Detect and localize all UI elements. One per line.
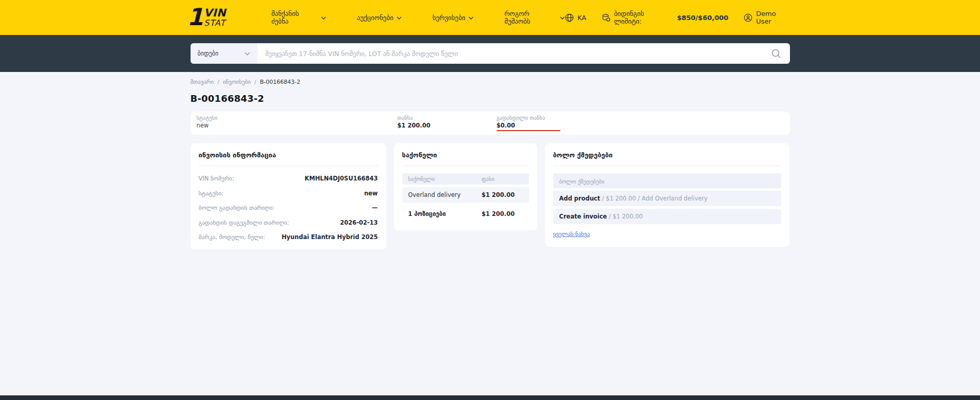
info-value: new xyxy=(364,190,378,197)
divider xyxy=(402,166,529,166)
bidding-limit-value: $850/$60,000 xyxy=(677,14,728,22)
footer-bar xyxy=(0,395,980,400)
info-value: — xyxy=(372,204,378,211)
summary-card: სტატუსი new თანხა $1 200.00 გადახდილი თა… xyxy=(191,112,790,135)
logo-text: VIN STAT xyxy=(204,8,226,28)
search-icon xyxy=(771,48,782,59)
chevron-down-icon xyxy=(321,16,326,20)
divider xyxy=(199,166,378,166)
info-label: VIN ნომერი: xyxy=(199,175,234,182)
user-name: Demo User xyxy=(756,10,793,25)
goods-total-row: 1 პოზიციები $1 200.00 xyxy=(402,206,529,222)
invoice-info-rows: VIN ნომერი: KMHLN4DJ0SU166843 სტატუსი: n… xyxy=(199,175,378,241)
chevron-down-icon xyxy=(560,16,565,20)
logo-vin-text: VIN xyxy=(204,8,226,19)
search-section: ბიდები xyxy=(0,35,980,72)
user-menu[interactable]: Demo User xyxy=(744,10,793,25)
summary-amount: თანხა $1 200.00 xyxy=(398,115,497,131)
search-bar: ბიდები xyxy=(191,43,790,64)
summary-paid-value: $0.00 xyxy=(497,122,560,131)
language-switcher[interactable]: KA xyxy=(565,13,586,22)
viewport: 1 VIN STAT მანქანის ძებნა აუქციონები სერ… xyxy=(0,0,980,400)
logo-numeral: 1 xyxy=(187,7,202,28)
chevron-down-icon xyxy=(397,16,402,20)
action-detail: / $1 200.00 xyxy=(607,213,643,220)
goods-title: საქონელი xyxy=(402,151,529,159)
nav-item-car-search[interactable]: მანქანის ძებნა xyxy=(271,10,326,25)
summary-amount-label: თანხა xyxy=(398,115,497,121)
bidding-limit-label: ბიდინგის ლიმიტი: xyxy=(614,10,673,25)
invoice-info-row-make-model: მარკა, მოდელი, წელი: Hyundai Elantra Hyb… xyxy=(199,233,378,241)
nav-item-label: აუქციონები xyxy=(357,14,393,22)
invoice-info-row-vin: VIN ნომერი: KMHLN4DJ0SU166843 xyxy=(199,175,378,182)
top-header-inner: 1 VIN STAT მანქანის ძებნა აუქციონები სერ… xyxy=(187,0,793,35)
last-actions-title: ბოლო ქმედებები xyxy=(553,151,781,159)
search-button[interactable] xyxy=(763,43,790,64)
breadcrumb-invoices-link[interactable]: ინვოისები xyxy=(223,79,251,85)
search-input[interactable] xyxy=(257,43,763,64)
breadcrumb-home-link[interactable]: მთავარი xyxy=(191,79,214,85)
invoice-info-row-planned-payment: გადახდის დაგეგმილი თარიღი: 2026-02-13 xyxy=(199,219,378,226)
actions-table-header: ბოლო ქმედებები xyxy=(553,173,781,188)
action-row-add-product: Add product / $1 200.00 / Add Overland d… xyxy=(553,191,781,206)
invoice-info-row-status: სტატუსი: new xyxy=(199,190,378,197)
view-all-link[interactable]: ყველას ნახვა xyxy=(553,231,590,238)
action-detail: / $1 200.00 / Add Overland delivery xyxy=(600,195,707,202)
nav-item-auctions[interactable]: აუქციონები xyxy=(357,14,402,22)
search-category-dropdown[interactable]: ბიდები xyxy=(191,43,257,64)
nav-item-services[interactable]: სერვისები xyxy=(432,14,474,22)
nav-item-label: სერვისები xyxy=(432,14,465,22)
breadcrumb-current: B-00166843-2 xyxy=(260,79,300,85)
info-label: სტატუსი: xyxy=(199,190,224,197)
summary-paid: გადახდილი თანხა $0.00 xyxy=(497,115,784,131)
brand-logo[interactable]: 1 VIN STAT xyxy=(187,7,226,28)
search-category-label: ბიდები xyxy=(198,50,219,57)
invoice-info-row-last-payment: ბოლო გადახდის თარიღი: — xyxy=(199,204,378,211)
user-icon xyxy=(744,13,752,22)
coins-icon xyxy=(602,13,611,22)
breadcrumb: მთავარი / ინვოისები / B-00166843-2 xyxy=(191,79,790,85)
divider xyxy=(553,166,781,166)
info-label: გადახდის დაგეგმილი თარიღი: xyxy=(199,219,289,226)
goods-row-name: Overland delivery xyxy=(408,191,482,198)
summary-status-value: new xyxy=(197,122,398,129)
summary-amount-value: $1 200.00 xyxy=(398,122,497,129)
bidding-limit[interactable]: ბიდინგის ლიმიტი: $850/$60,000 xyxy=(602,10,729,25)
nav-item-label: მანქანის ძებნა xyxy=(271,10,318,25)
action-row-create-invoice: Create invoice / $1 200.00 xyxy=(553,209,781,224)
main-nav: მანქანის ძებნა აუქციონები სერვისები როგო… xyxy=(271,10,565,25)
breadcrumb-separator: / xyxy=(254,79,256,85)
chevron-down-icon xyxy=(468,16,474,20)
actions-col-header: ბოლო ქმედებები xyxy=(559,178,605,185)
goods-table-row: Overland delivery $1 200.00 xyxy=(402,187,529,203)
goods-total-name: 1 პოზიციები xyxy=(408,210,482,217)
goods-table-header: საქონელი ფასი xyxy=(402,173,529,185)
globe-icon xyxy=(565,13,574,22)
goods-card: საქონელი საქონელი ფასი Overland delivery… xyxy=(394,143,537,230)
nav-item-label: როგორ მუშაობს xyxy=(504,10,557,25)
breadcrumb-separator: / xyxy=(217,79,219,85)
invoice-info-title: ინვოისის ინფორმაცია xyxy=(199,151,378,159)
info-label: მარკა, მოდელი, წელი: xyxy=(199,233,266,241)
action-name: Create invoice xyxy=(559,213,607,220)
nav-item-how-it-works[interactable]: როგორ მუშაობს xyxy=(504,10,565,25)
info-value: 2026-02-13 xyxy=(340,219,378,226)
top-header: 1 VIN STAT მანქანის ძებნა აუქციონები სერ… xyxy=(0,0,980,35)
summary-status: სტატუსი new xyxy=(197,115,398,131)
summary-status-label: სტატუსი xyxy=(197,115,398,121)
summary-paid-label: გადახდილი თანხა xyxy=(497,115,784,121)
last-actions-card: ბოლო ქმედებები ბოლო ქმედებები Add produc… xyxy=(545,143,789,247)
language-label: KA xyxy=(577,14,586,22)
goods-total-price: $1 200.00 xyxy=(482,210,523,217)
page-title: B-00166843-2 xyxy=(191,93,790,104)
info-value: Hyundai Elantra Hybrid 2025 xyxy=(281,233,378,241)
info-label: ბოლო გადახდის თარიღი: xyxy=(199,204,275,211)
invoice-info-card: ინვოისის ინფორმაცია VIN ნომერი: KMHLN4DJ… xyxy=(191,143,386,249)
goods-col-product: საქონელი xyxy=(408,176,482,182)
cards-row: ინვოისის ინფორმაცია VIN ნომერი: KMHLN4DJ… xyxy=(191,143,790,265)
logo-stat-text: STAT xyxy=(204,19,226,28)
header-right: KA ბიდინგის ლიმიტი: $850/$60,000 Demo Us… xyxy=(565,10,793,25)
goods-row-price: $1 200.00 xyxy=(482,191,523,198)
goods-col-price: ფასი xyxy=(482,176,523,182)
chevron-down-icon xyxy=(244,52,250,56)
